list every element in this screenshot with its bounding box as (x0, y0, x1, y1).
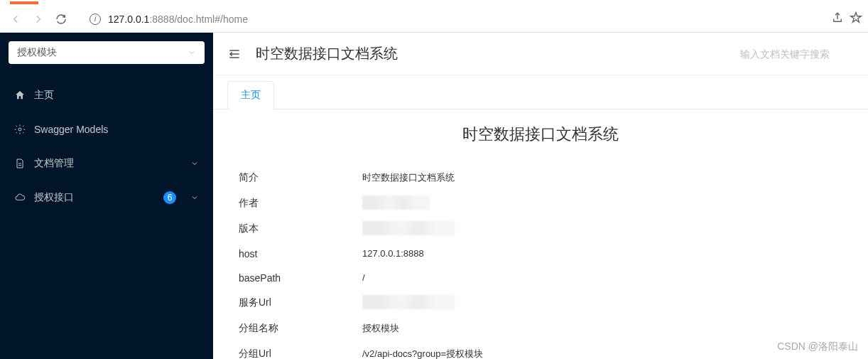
module-selector-label: 授权模块 (17, 46, 57, 59)
reload-icon (55, 13, 67, 26)
main-content: 时空数据接口文档系统 主页 时空数据接口文档系统 简介 时空数据接口文档系统 作… (213, 33, 868, 359)
detail-label: 版本 (234, 223, 362, 235)
search-input[interactable] (740, 48, 854, 60)
detail-value-redacted (362, 223, 847, 235)
browser-address-bar: i 127.0.0.1:8888/doc.html#/home (0, 6, 868, 33)
arrow-right-icon (32, 13, 45, 26)
detail-value: 时空数据接口文档系统 (362, 171, 847, 184)
menu-fold-icon (227, 47, 242, 61)
detail-label: 分组Url (234, 348, 362, 359)
sidebar-item-label: 主页 (34, 89, 199, 102)
detail-value: / (362, 272, 847, 284)
models-icon (14, 124, 26, 135)
sidebar-item-doc-manage[interactable]: 文档管理 (0, 146, 213, 181)
detail-row-version: 版本 (234, 216, 847, 242)
url-input[interactable]: i 127.0.0.1:8888/doc.html#/home (80, 9, 823, 29)
home-icon (14, 90, 26, 101)
detail-value: 授权模块 (362, 322, 847, 335)
count-badge: 6 (163, 191, 176, 204)
share-icon (831, 11, 844, 24)
detail-table: 简介 时空数据接口文档系统 作者 版本 host 127.0.0.1:8888 … (234, 165, 847, 359)
detail-value: /v2/api-docs?group=授权模块 (362, 348, 847, 359)
bookmark-button[interactable] (850, 11, 862, 26)
sidebar: 授权模块 主页 Swagger Models 文档管理 授权接口 6 (0, 33, 213, 359)
tab-home[interactable]: 主页 (227, 81, 274, 109)
detail-row-intro: 简介 时空数据接口文档系统 (234, 165, 847, 191)
sidebar-item-label: Swagger Models (34, 124, 199, 135)
top-header: 时空数据接口文档系统 (213, 33, 868, 75)
collapse-sidebar-button[interactable] (227, 47, 242, 61)
chevron-down-icon (190, 159, 199, 168)
detail-row-groupname: 分组名称 授权模块 (234, 316, 847, 341)
sidebar-menu: 主页 Swagger Models 文档管理 授权接口 6 (0, 73, 213, 215)
content-body: 时空数据接口文档系统 简介 时空数据接口文档系统 作者 版本 host 127.… (213, 109, 868, 359)
detail-label: 作者 (234, 197, 362, 210)
star-icon (850, 11, 862, 24)
detail-row-serviceurl: 服务Url (234, 290, 847, 316)
detail-value-redacted (362, 197, 847, 210)
module-selector[interactable]: 授权模块 (9, 41, 205, 64)
detail-label: 分组名称 (234, 322, 362, 335)
page-title: 时空数据接口文档系统 (256, 44, 726, 63)
tabs-row: 主页 (213, 75, 868, 109)
detail-label: 简介 (234, 171, 362, 184)
url-host: 127.0.0.1 (108, 14, 149, 25)
detail-row-author: 作者 (234, 191, 847, 216)
back-button[interactable] (6, 9, 26, 29)
svg-point-0 (18, 128, 21, 131)
detail-value: 127.0.0.1:8888 (362, 248, 847, 259)
detail-label: basePath (234, 272, 362, 284)
detail-row-host: host 127.0.0.1:8888 (234, 242, 847, 266)
detail-label: host (234, 248, 362, 259)
sidebar-item-auth-api[interactable]: 授权接口 6 (0, 181, 213, 215)
cloud-icon (14, 192, 26, 203)
doc-icon (14, 158, 26, 169)
sidebar-item-home[interactable]: 主页 (0, 78, 213, 112)
sidebar-item-models[interactable]: Swagger Models (0, 112, 213, 146)
detail-value-redacted (362, 296, 847, 309)
site-info-icon[interactable]: i (89, 14, 101, 25)
chevron-down-icon (190, 193, 199, 202)
detail-label: 服务Url (234, 296, 362, 309)
forward-button[interactable] (28, 9, 48, 29)
browser-tab-strip (0, 0, 868, 6)
share-button[interactable] (831, 11, 844, 26)
chevron-down-icon (188, 48, 196, 57)
url-path: :8888/doc.html#/home (149, 14, 248, 25)
arrow-left-icon (9, 13, 22, 26)
reload-button[interactable] (51, 9, 71, 29)
sidebar-item-label: 文档管理 (34, 157, 182, 170)
detail-row-groupurl: 分组Url /v2/api-docs?group=授权模块 (234, 341, 847, 359)
detail-row-basepath: basePath / (234, 266, 847, 290)
sidebar-item-label: 授权接口 (34, 191, 155, 204)
content-title: 时空数据接口文档系统 (234, 124, 847, 145)
